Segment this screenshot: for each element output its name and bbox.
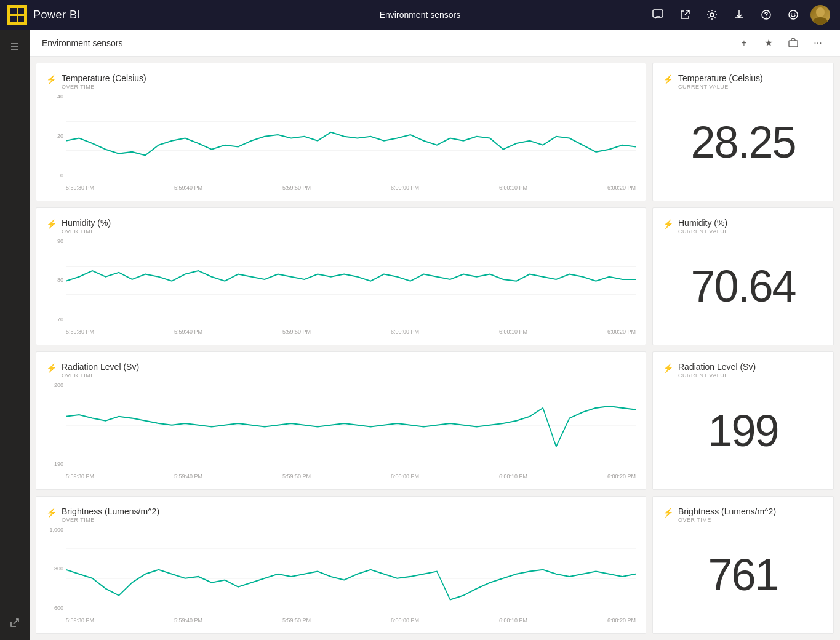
sidebar-external-link-btn[interactable] bbox=[2, 610, 27, 635]
temp-current-header: ⚡ Temperature (Celsius) CURRENT VALUE bbox=[663, 73, 823, 90]
flash-icon: ⚡ bbox=[46, 508, 57, 518]
apps-icon[interactable] bbox=[7, 5, 27, 25]
humidity-current-subtitle: CURRENT VALUE bbox=[678, 228, 729, 234]
x-label: 5:59:50 PM bbox=[282, 329, 311, 335]
avatar[interactable] bbox=[808, 2, 833, 27]
flash-icon: ⚡ bbox=[663, 508, 673, 518]
x-label: 6:00:20 PM bbox=[607, 617, 636, 623]
y-label: 200 bbox=[46, 382, 63, 388]
x-label: 5:59:50 PM bbox=[282, 185, 311, 191]
brightness-current-header: ⚡ Brightness (Lumens/m^2) OVER TIME bbox=[663, 506, 823, 523]
x-label: 6:00:00 PM bbox=[391, 185, 419, 191]
x-label: 6:00:10 PM bbox=[499, 617, 527, 623]
more-options-btn[interactable]: ··· bbox=[808, 33, 828, 53]
temperature-y-labels: 40 20 0 bbox=[46, 94, 63, 178]
temperature-value: 28.25 bbox=[663, 94, 823, 191]
radiation-card-header: ⚡ Radiation Level (Sv) OVER TIME bbox=[46, 362, 636, 378]
temp-current-subtitle: CURRENT VALUE bbox=[678, 84, 763, 90]
x-label: 5:59:40 PM bbox=[174, 473, 202, 479]
help-icon-btn[interactable] bbox=[754, 2, 778, 27]
radiation-current-header: ⚡ Radiation Level (Sv) CURRENT VALUE bbox=[663, 362, 823, 378]
brightness-value: 761 bbox=[663, 527, 823, 624]
flash-icon: ⚡ bbox=[46, 363, 57, 373]
brightness-chart-area bbox=[66, 527, 636, 613]
radiation-current-title: Radiation Level (Sv) bbox=[678, 362, 756, 372]
x-label: 6:00:10 PM bbox=[499, 185, 527, 191]
breadcrumb-actions: + ★ ··· bbox=[734, 33, 828, 53]
radiation-current-subtitle: CURRENT VALUE bbox=[678, 372, 756, 378]
radiation-card-title: Radiation Level (Sv) bbox=[62, 362, 139, 372]
flash-icon: ⚡ bbox=[46, 74, 57, 84]
settings-icon-btn[interactable] bbox=[700, 2, 724, 27]
svg-rect-9 bbox=[789, 41, 798, 47]
x-label: 5:59:40 PM bbox=[174, 185, 202, 191]
brightness-chart-container: 1,000 800 600 5:59:30 PM 5:59:40 PM bbox=[46, 527, 636, 624]
x-label: 5:59:30 PM bbox=[66, 617, 94, 623]
sidebar-menu-btn[interactable] bbox=[2, 34, 27, 59]
x-label: 5:59:50 PM bbox=[282, 473, 311, 479]
brightness-current-subtitle: OVER TIME bbox=[678, 517, 776, 523]
radiation-x-labels: 5:59:30 PM 5:59:40 PM 5:59:50 PM 6:00:00… bbox=[66, 468, 636, 479]
humidity-card-header: ⚡ Humidity (%) OVER TIME bbox=[46, 218, 636, 234]
x-label: 5:59:40 PM bbox=[174, 617, 202, 623]
y-label: 40 bbox=[46, 94, 63, 100]
brightness-card-subtitle: OVER TIME bbox=[62, 517, 159, 523]
humidity-card-subtitle: OVER TIME bbox=[62, 228, 111, 234]
x-label: 5:59:50 PM bbox=[282, 617, 311, 623]
radiation-value: 199 bbox=[663, 382, 823, 479]
y-label: 80 bbox=[46, 277, 63, 283]
x-label: 6:00:00 PM bbox=[391, 473, 419, 479]
x-label: 5:59:30 PM bbox=[66, 473, 94, 479]
dashboard: ⚡ Temperature (Celsius) OVER TIME 40 20 … bbox=[30, 57, 840, 640]
flash-icon: ⚡ bbox=[663, 74, 673, 84]
download-icon-btn[interactable] bbox=[727, 2, 751, 27]
radiation-over-time-card: ⚡ Radiation Level (Sv) OVER TIME 200 190 bbox=[36, 351, 646, 490]
y-label: 1,000 bbox=[46, 527, 63, 533]
x-label: 5:59:30 PM bbox=[66, 329, 94, 335]
temperature-x-labels: 5:59:30 PM 5:59:40 PM 5:59:50 PM 6:00:00… bbox=[66, 180, 636, 191]
brightness-card-header: ⚡ Brightness (Lumens/m^2) OVER TIME bbox=[46, 506, 636, 523]
favorite-btn[interactable]: ★ bbox=[759, 33, 778, 53]
svg-point-6 bbox=[794, 14, 796, 15]
nav-icon-group bbox=[646, 2, 833, 27]
radiation-chart-container: 200 190 5:59:30 PM 5:59:40 PM 5:59:50 PM bbox=[46, 382, 636, 479]
x-label: 5:59:40 PM bbox=[174, 329, 202, 335]
brightness-current-title: Brightness (Lumens/m^2) bbox=[678, 506, 776, 516]
svg-point-3 bbox=[766, 17, 767, 18]
chat-icon-btn[interactable] bbox=[646, 2, 670, 27]
share-btn[interactable] bbox=[783, 33, 803, 53]
brightness-x-labels: 5:59:30 PM 5:59:40 PM 5:59:50 PM 6:00:00… bbox=[66, 612, 636, 623]
y-label: 190 bbox=[46, 461, 63, 467]
svg-point-7 bbox=[816, 7, 825, 17]
y-label: 0 bbox=[46, 172, 63, 178]
svg-point-1 bbox=[710, 13, 714, 17]
radiation-current-card: ⚡ Radiation Level (Sv) CURRENT VALUE 199 bbox=[652, 351, 834, 490]
temperature-card-title: Temperature (Celsius) bbox=[62, 73, 146, 83]
humidity-current-card: ⚡ Humidity (%) CURRENT VALUE 70.64 bbox=[652, 207, 834, 346]
flash-icon: ⚡ bbox=[663, 363, 673, 373]
humidity-value: 70.64 bbox=[663, 238, 823, 335]
x-label: 6:00:20 PM bbox=[607, 185, 636, 191]
humidity-x-labels: 5:59:30 PM 5:59:40 PM 5:59:50 PM 6:00:00… bbox=[66, 324, 636, 335]
radiation-chart-area bbox=[66, 382, 636, 468]
y-label: 20 bbox=[46, 133, 63, 139]
temperature-chart-area bbox=[66, 94, 636, 180]
temperature-over-time-card: ⚡ Temperature (Celsius) OVER TIME 40 20 … bbox=[36, 63, 646, 201]
humidity-card-title: Humidity (%) bbox=[62, 218, 111, 228]
feedback-icon-btn[interactable] bbox=[781, 2, 806, 27]
flash-icon: ⚡ bbox=[46, 219, 57, 229]
y-label: 70 bbox=[46, 316, 63, 322]
add-btn[interactable]: + bbox=[734, 33, 754, 53]
nav-page-title: Environment sensors bbox=[380, 10, 461, 20]
temperature-card-header: ⚡ Temperature (Celsius) OVER TIME bbox=[46, 73, 636, 90]
temperature-chart-container: 40 20 0 5:59:30 PM 5:59:40 PM bbox=[46, 94, 636, 191]
humidity-over-time-card: ⚡ Humidity (%) OVER TIME 90 80 70 bbox=[36, 207, 646, 346]
humidity-chart-area bbox=[66, 238, 636, 324]
x-label: 6:00:10 PM bbox=[499, 473, 527, 479]
x-label: 6:00:10 PM bbox=[499, 329, 527, 335]
brightness-card-title: Brightness (Lumens/m^2) bbox=[62, 506, 159, 516]
svg-point-8 bbox=[813, 17, 828, 25]
humidity-current-title: Humidity (%) bbox=[678, 218, 729, 228]
x-label: 5:59:30 PM bbox=[66, 185, 94, 191]
open-icon-btn[interactable] bbox=[673, 2, 697, 27]
